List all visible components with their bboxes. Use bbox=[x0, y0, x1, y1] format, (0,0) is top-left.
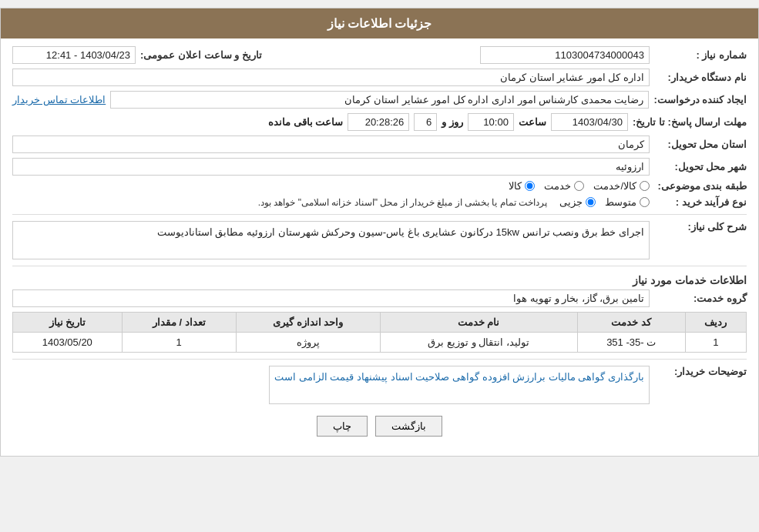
buyer-notes-text: بارگذاری گواهی مالیات برارزش افزوده گواه… bbox=[274, 371, 644, 383]
creator-row: ایجاد کننده درخواست: رضایت محمدی کارشناس… bbox=[12, 91, 747, 109]
creator-value: رضایت محمدی کارشناس امور اداری اداره کل … bbox=[110, 91, 649, 109]
category-label-khedmat: خدمت bbox=[544, 180, 571, 192]
purchase-option-jozii[interactable]: جزیی bbox=[559, 196, 596, 208]
category-radio-group: کالا/خدمت خدمت کالا bbox=[509, 180, 650, 192]
city-label: شهر محل تحویل: bbox=[654, 161, 747, 172]
deadline-remain-label: ساعت باقی مانده bbox=[268, 116, 343, 128]
purchase-radio-jozii[interactable] bbox=[586, 197, 596, 207]
category-option-khedmat[interactable]: خدمت bbox=[544, 180, 584, 192]
service-group-label: گروه خدمت: bbox=[654, 293, 747, 304]
service-group-value: تامین برق، گاز، بخار و تهویه هوا bbox=[12, 289, 650, 307]
table-header: ردیف کد خدمت نام خدمت واحد اندازه گیری ت… bbox=[13, 313, 747, 333]
city-value: ارزوئیه bbox=[12, 158, 650, 176]
table-body: 1ت -35- 351تولید، انتقال و توزیع برقپروژ… bbox=[13, 333, 747, 353]
purchase-label: نوع فرآیند خرید : bbox=[654, 196, 747, 208]
org-value: اداره کل امور عشایر استان کرمان bbox=[12, 69, 650, 86]
description-label: شرح کلی نیاز: bbox=[654, 221, 747, 233]
purchase-radio-group: متوسط جزیی bbox=[559, 196, 650, 208]
category-label: طبقه بندی موضوعی: bbox=[654, 180, 747, 192]
header-title: جزئیات اطلاعات نیاز bbox=[327, 17, 432, 30]
cell-code: ت -35- 351 bbox=[577, 333, 685, 353]
col-name: نام خدمت bbox=[380, 313, 577, 333]
cell-date: 1403/05/20 bbox=[13, 333, 123, 353]
need-number-value: 1103004734000043 bbox=[480, 46, 650, 64]
deadline-row: مهلت ارسال پاسخ: تا تاریخ: 1403/04/30 سا… bbox=[12, 113, 747, 131]
col-code: کد خدمت bbox=[577, 313, 685, 333]
print-button[interactable]: چاپ bbox=[317, 416, 368, 437]
col-row: ردیف bbox=[685, 313, 746, 333]
category-label-kala: کالا bbox=[509, 180, 522, 192]
org-row: نام دستگاه خریدار: اداره کل امور عشایر ا… bbox=[12, 69, 747, 86]
service-group-row: گروه خدمت: تامین برق، گاز، بخار و تهویه … bbox=[12, 289, 747, 307]
announce-date-value: 1403/04/23 - 12:41 bbox=[12, 46, 136, 64]
buyer-notes-row: توضیحات خریدار: بارگذاری گواهی مالیات بر… bbox=[12, 366, 747, 404]
purchase-label-motavas: متوسط bbox=[605, 196, 636, 208]
page-wrapper: جزئیات اطلاعات نیاز شماره نیاز : 1103004… bbox=[0, 8, 759, 457]
col-qty: تعداد / مقدار bbox=[122, 313, 236, 333]
col-unit: واحد اندازه گیری bbox=[236, 313, 380, 333]
creator-label: ایجاد کننده درخواست: bbox=[653, 94, 747, 105]
need-number-label: شماره نیاز : bbox=[654, 49, 747, 61]
back-button[interactable]: بازگشت bbox=[375, 416, 442, 437]
category-label-kala-khedmat: کالا/خدمت bbox=[593, 180, 636, 192]
category-radio-kala[interactable] bbox=[525, 181, 535, 191]
purchase-option-motavas[interactable]: متوسط bbox=[605, 196, 650, 208]
buyer-notes-value: بارگذاری گواهی مالیات برارزش افزوده گواه… bbox=[269, 366, 650, 404]
province-value: کرمان bbox=[12, 136, 650, 153]
purchase-type-row: نوع فرآیند خرید : متوسط جزیی پرداخت تمام… bbox=[12, 196, 747, 208]
divider-1 bbox=[12, 214, 747, 215]
cell-row: 1 bbox=[685, 333, 746, 353]
category-option-kala-khedmat[interactable]: کالا/خدمت bbox=[593, 180, 650, 192]
cell-unit: پروژه bbox=[236, 333, 380, 353]
org-label: نام دستگاه خریدار: bbox=[654, 72, 747, 83]
cell-qty: 1 bbox=[122, 333, 236, 353]
deadline-days: 6 bbox=[414, 113, 437, 131]
deadline-label: مهلت ارسال پاسخ: تا تاریخ: bbox=[633, 116, 747, 128]
purchase-radio-motavas[interactable] bbox=[640, 197, 650, 207]
need-number-row: شماره نیاز : 1103004734000043 تاریخ و سا… bbox=[12, 46, 747, 64]
deadline-time-label: ساعت bbox=[519, 116, 546, 128]
description-row: شرح کلی نیاز: اجرای خط برق ونصب ترانس 15… bbox=[12, 221, 747, 259]
deadline-date: 1403/04/30 bbox=[551, 113, 628, 131]
services-table: ردیف کد خدمت نام خدمت واحد اندازه گیری ت… bbox=[12, 312, 747, 353]
city-row: شهر محل تحویل: ارزوئیه bbox=[12, 158, 747, 176]
category-radio-kala-khedmat[interactable] bbox=[640, 181, 650, 191]
purchase-note: پرداخت تمام یا بخشی از مبلغ خریدار از مح… bbox=[258, 197, 547, 208]
province-label: استان محل تحویل: bbox=[654, 139, 747, 150]
buttons-row: بازگشت چاپ bbox=[12, 416, 747, 437]
purchase-label-jozii: جزیی bbox=[559, 196, 583, 208]
announce-date-label: تاریخ و ساعت اعلان عمومی: bbox=[140, 49, 262, 61]
buyer-notes-label: توضیحات خریدار: bbox=[654, 366, 747, 377]
page-content: شماره نیاز : 1103004734000043 تاریخ و سا… bbox=[1, 38, 758, 456]
table-header-row: ردیف کد خدمت نام خدمت واحد اندازه گیری ت… bbox=[13, 313, 747, 333]
divider-2 bbox=[12, 266, 747, 266]
table-row: 1ت -35- 351تولید، انتقال و توزیع برقپروژ… bbox=[13, 333, 747, 353]
category-row: طبقه بندی موضوعی: کالا/خدمت خدمت کالا bbox=[12, 180, 747, 192]
services-section-title: اطلاعات خدمات مورد نیاز bbox=[12, 274, 747, 286]
deadline-time: 10:00 bbox=[468, 113, 514, 131]
deadline-remain: 20:28:26 bbox=[348, 113, 409, 131]
cell-name: تولید، انتقال و توزیع برق bbox=[380, 333, 577, 353]
contact-link[interactable]: اطلاعات تماس خریدار bbox=[12, 94, 106, 105]
description-value: اجرای خط برق ونصب ترانس 15kw درکانون عشا… bbox=[12, 221, 650, 259]
province-row: استان محل تحویل: کرمان bbox=[12, 136, 747, 153]
category-option-kala[interactable]: کالا bbox=[509, 180, 535, 192]
col-date: تاریخ نیاز bbox=[13, 313, 123, 333]
divider-3 bbox=[12, 359, 747, 360]
category-radio-khedmat[interactable] bbox=[574, 181, 584, 191]
deadline-days-label: روز و bbox=[442, 116, 463, 128]
page-header: جزئیات اطلاعات نیاز bbox=[1, 8, 758, 38]
